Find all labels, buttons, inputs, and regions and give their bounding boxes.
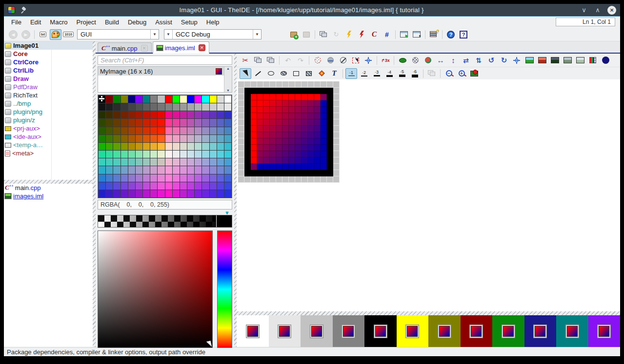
- palette-cell[interactable]: [143, 103, 150, 111]
- palette-cell[interactable]: [121, 119, 128, 126]
- palette-cell[interactable]: [158, 190, 164, 197]
- palette-cell[interactable]: [195, 119, 201, 126]
- copy-button[interactable]: [252, 55, 264, 66]
- palette-cell[interactable]: [217, 111, 224, 118]
- palette-cell[interactable]: [143, 158, 150, 166]
- image-designer-button[interactable]: [50, 29, 61, 40]
- fill-ellipse-button[interactable]: [397, 55, 408, 66]
- file-item-images-iml[interactable]: images.iml: [4, 192, 93, 200]
- palette-cell[interactable]: [224, 135, 231, 142]
- palette-cell[interactable]: [128, 190, 135, 197]
- pan-hand-button[interactable]: [362, 55, 374, 66]
- palette-cell[interactable]: [180, 151, 187, 158]
- paste-image-button[interactable]: [426, 68, 438, 79]
- palette-cell[interactable]: [158, 158, 164, 166]
- palette-cell[interactable]: [136, 166, 142, 173]
- palette-cell[interactable]: [180, 135, 187, 142]
- palette-cell[interactable]: [106, 119, 113, 126]
- palette-cell[interactable]: [113, 174, 120, 182]
- zoom-fit-button[interactable]: [468, 68, 480, 79]
- palette-cell[interactable]: [224, 182, 231, 190]
- smooth-button[interactable]: [600, 55, 611, 66]
- palette-cell[interactable]: [187, 158, 194, 166]
- palette-cell[interactable]: [158, 96, 164, 103]
- palette-cell[interactable]: [128, 119, 135, 126]
- palette-cell[interactable]: [165, 182, 172, 190]
- palette-cell[interactable]: [173, 96, 180, 103]
- palette-cell[interactable]: [150, 119, 157, 126]
- palette-cell[interactable]: [180, 143, 187, 150]
- line-tool-button[interactable]: [252, 68, 264, 79]
- palette-cell[interactable]: [121, 143, 128, 150]
- palette-cell[interactable]: [113, 127, 120, 134]
- palette-cell[interactable]: [180, 174, 187, 182]
- scroll-up-icon[interactable]: ▲: [226, 67, 230, 70]
- palette-cell[interactable]: [180, 119, 187, 126]
- palette-cell[interactable]: [143, 127, 150, 134]
- palette-cell[interactable]: [106, 135, 113, 142]
- menu-debug[interactable]: Debug: [123, 17, 151, 27]
- stretch-horz-button[interactable]: ↔: [435, 55, 446, 66]
- palette-cell[interactable]: [217, 151, 224, 158]
- palette-cell[interactable]: [99, 182, 105, 190]
- palette-cell[interactable]: [210, 103, 217, 111]
- palette-cell[interactable]: [195, 158, 201, 166]
- palette-cell[interactable]: [99, 151, 105, 158]
- menu-project[interactable]: Project: [72, 17, 100, 27]
- package-item--temp-a-[interactable]: <temp-a…: [4, 141, 93, 149]
- palette-cell[interactable]: [180, 190, 187, 197]
- palette-cell[interactable]: [99, 119, 105, 126]
- colorize-red-button[interactable]: [536, 55, 548, 66]
- palette-cell[interactable]: [113, 119, 120, 126]
- palette-cell[interactable]: [187, 119, 194, 126]
- palette-cell[interactable]: [106, 166, 113, 173]
- palette-cell[interactable]: [113, 96, 120, 103]
- palette-cell[interactable]: [106, 127, 113, 134]
- palette-cell[interactable]: [143, 166, 150, 173]
- palette-cell[interactable]: [136, 190, 142, 197]
- package-item--ide-aux-[interactable]: <ide-aux>: [4, 133, 93, 141]
- palette-cell[interactable]: [195, 174, 201, 182]
- package-file-splitter[interactable]: [4, 180, 93, 184]
- palette-cell[interactable]: [217, 119, 224, 126]
- palette-cell[interactable]: [202, 182, 209, 190]
- package-item-plugin-png[interactable]: plugin/png: [4, 108, 93, 116]
- palette-cell[interactable]: [195, 166, 201, 173]
- pen-3-button[interactable]: ·3: [371, 68, 382, 79]
- package-item--bmp[interactable]: ../bmp: [4, 99, 93, 108]
- palette-cell[interactable]: [128, 103, 135, 111]
- package-item--prj-aux-[interactable]: <prj-aux>: [4, 124, 93, 133]
- mask-dot-button[interactable]: [312, 55, 323, 66]
- chevron-down-icon[interactable]: ▼: [164, 30, 173, 39]
- palette-cell[interactable]: [136, 151, 142, 158]
- palette-cell[interactable]: [143, 190, 150, 197]
- preview-background-11[interactable]: [588, 315, 621, 347]
- palette-cell[interactable]: [99, 135, 105, 142]
- rotate-right-button[interactable]: ↻: [498, 55, 510, 66]
- palette-cell[interactable]: [187, 135, 194, 142]
- free-move-button[interactable]: [511, 55, 523, 66]
- palette-cell[interactable]: [121, 174, 128, 182]
- palette-cell[interactable]: [195, 143, 201, 150]
- palette-cell[interactable]: [180, 182, 187, 190]
- palette-cell[interactable]: [158, 143, 164, 150]
- minimize-button[interactable]: ∨: [579, 6, 589, 14]
- palette-cell[interactable]: [158, 103, 164, 111]
- paste-button[interactable]: [265, 55, 277, 66]
- palette-cell[interactable]: [173, 127, 180, 134]
- preview-background-0[interactable]: [237, 315, 269, 347]
- preview-background-8[interactable]: [492, 315, 524, 347]
- menu-macro[interactable]: Macro: [45, 17, 72, 27]
- palette-cell[interactable]: [202, 119, 209, 126]
- palette-cell[interactable]: [210, 96, 217, 103]
- palette-cell[interactable]: [210, 166, 217, 173]
- tab-images-iml[interactable]: images.iml✕: [153, 41, 209, 54]
- preprocess-button[interactable]: C: [368, 29, 380, 40]
- palette-cell[interactable]: [217, 103, 224, 111]
- palette-cell[interactable]: [128, 166, 135, 173]
- package-item-pdfdraw[interactable]: PdfDraw: [4, 83, 93, 91]
- palette-cell[interactable]: [173, 182, 180, 190]
- palette-cell[interactable]: [106, 151, 113, 158]
- fill-transparent-button[interactable]: [409, 55, 421, 66]
- topics-button[interactable]: ?: [428, 29, 440, 40]
